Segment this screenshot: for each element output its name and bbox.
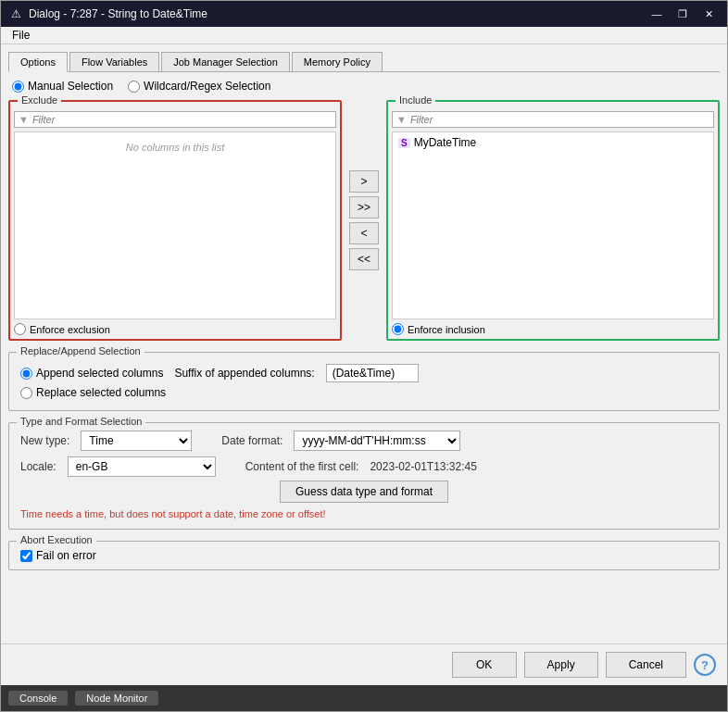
locale-select[interactable]: en-GB en-US de-DE (68, 456, 216, 477)
locale-label: Locale: (20, 460, 56, 473)
exclude-label: Exclude (18, 94, 61, 106)
exclude-panel: Exclude ▼ No columns in this list Enforc… (8, 100, 342, 341)
append-label[interactable]: Append selected columns (20, 367, 163, 380)
move-all-left-button[interactable]: << (349, 248, 379, 270)
close-button[interactable]: ✕ (697, 6, 720, 22)
suffix-input[interactable] (326, 364, 419, 382)
tab-options[interactable]: Options (8, 52, 68, 72)
taskbar: Console Node Monitor (1, 685, 727, 711)
move-all-right-button[interactable]: >> (349, 196, 379, 219)
suffix-label: Suffix of appended columns: (174, 367, 314, 380)
enforce-inclusion-row: Enforce inclusion (392, 323, 714, 335)
list-item[interactable]: S MyDateTime (395, 134, 711, 151)
replace-append-label: Replace/Append Selection (17, 345, 144, 356)
taskbar-node-monitor[interactable]: Node Monitor (75, 691, 158, 706)
minimize-button[interactable]: — (646, 6, 668, 22)
tab-job-manager[interactable]: Job Manager Selection (161, 52, 290, 71)
type-format-row2: Locale: en-GB en-US de-DE Content of the… (20, 456, 708, 477)
guess-btn-container: Guess data type and format (20, 481, 708, 503)
include-filter-icon: ▼ (396, 114, 407, 125)
error-message: Time needs a time, but does not support … (20, 506, 708, 521)
tab-memory-policy[interactable]: Memory Policy (292, 52, 383, 71)
exclude-filter-icon: ▼ (19, 114, 29, 125)
content-area: Options Flow Variables Job Manager Selec… (1, 44, 727, 643)
manual-selection-label[interactable]: Manual Selection (12, 80, 113, 93)
replace-append-section: Replace/Append Selection Append selected… (8, 352, 720, 411)
ok-button[interactable]: OK (452, 652, 517, 678)
type-format-section: Type and Format Selection New type: Time… (8, 422, 720, 530)
fail-on-error-label[interactable]: Fail on error (20, 549, 708, 562)
title-bar: ⚠ Dialog - 7:287 - String to Date&Time —… (1, 1, 727, 27)
col-name: MyDateTime (414, 136, 477, 149)
window-controls: — ❒ ✕ (646, 6, 720, 22)
warning-icon: ⚠ (8, 6, 23, 21)
append-radio[interactable] (20, 368, 32, 380)
type-badge: S (398, 138, 410, 148)
include-label: Include (395, 94, 435, 106)
type-format-row1: New type: Time Date Date&Time ZonedDateT… (20, 431, 708, 451)
enforce-inclusion-radio[interactable] (392, 323, 404, 335)
taskbar-console[interactable]: Console (8, 691, 68, 706)
abort-section: Abort Execution Fail on error (8, 541, 720, 570)
replace-row: Replace selected columns (20, 386, 708, 399)
wildcard-selection-radio[interactable] (128, 81, 140, 93)
exclude-filter-input[interactable] (32, 114, 332, 125)
first-cell-label: Content of the first cell: (245, 460, 359, 473)
first-cell-value: 2023-02-01T13:32:45 (370, 460, 476, 473)
move-right-button[interactable]: > (349, 170, 379, 193)
exclude-empty-text: No columns in this list (17, 134, 333, 160)
append-row: Append selected columns Suffix of append… (20, 364, 708, 382)
include-filter-row: ▼ (392, 111, 714, 128)
exclude-col-list: No columns in this list (14, 131, 336, 319)
tab-flow-variables[interactable]: Flow Variables (69, 52, 159, 71)
columns-section: Exclude ▼ No columns in this list Enforc… (8, 100, 720, 341)
replace-label[interactable]: Replace selected columns (20, 386, 166, 399)
apply-button[interactable]: Apply (524, 652, 598, 678)
main-window: ⚠ Dialog - 7:287 - String to Date&Time —… (0, 0, 728, 712)
type-format-label: Type and Format Selection (17, 416, 145, 427)
cancel-button[interactable]: Cancel (606, 652, 686, 678)
guess-button[interactable]: Guess data type and format (280, 481, 448, 503)
new-type-label: New type: (20, 434, 69, 447)
move-left-button[interactable]: < (349, 222, 379, 244)
tab-bar: Options Flow Variables Job Manager Selec… (8, 52, 720, 72)
restore-button[interactable]: ❒ (672, 6, 694, 22)
date-format-select[interactable]: yyyy-MM-dd'T'HH:mm:ss yyyy-MM-dd HH:mm:s… (294, 431, 460, 451)
options-panel: Manual Selection Wildcard/Regex Selectio… (8, 80, 720, 636)
date-format-label: Date format: (221, 434, 282, 447)
include-panel: Include ▼ S MyDateTime Enforce inclusion (386, 100, 720, 341)
wildcard-selection-label[interactable]: Wildcard/Regex Selection (128, 80, 270, 93)
include-col-list: S MyDateTime (392, 131, 714, 319)
menu-bar: File (1, 27, 727, 44)
enforce-exclusion-radio[interactable] (14, 323, 26, 335)
fail-on-error-checkbox[interactable] (20, 550, 32, 562)
include-filter-input[interactable] (410, 114, 709, 125)
replace-radio[interactable] (20, 387, 32, 399)
window-title: Dialog - 7:287 - String to Date&Time (29, 7, 646, 20)
arrow-buttons: > >> < << (342, 100, 386, 341)
exclude-filter-row: ▼ (14, 111, 336, 128)
enforce-exclusion-row: Enforce exclusion (14, 323, 336, 335)
abort-label: Abort Execution (17, 534, 96, 545)
selection-mode-row: Manual Selection Wildcard/Regex Selectio… (8, 80, 720, 93)
bottom-bar: OK Apply Cancel ? (1, 643, 727, 685)
help-button[interactable]: ? (694, 654, 716, 676)
new-type-select[interactable]: Time Date Date&Time ZonedDateTime (81, 431, 192, 451)
manual-selection-radio[interactable] (12, 81, 24, 93)
menu-file[interactable]: File (8, 27, 33, 44)
